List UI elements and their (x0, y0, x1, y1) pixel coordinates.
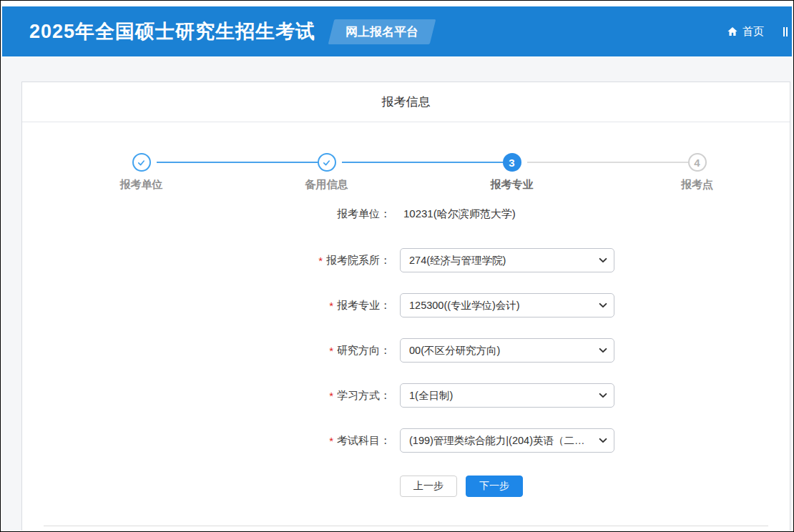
form-row-yanjiu-fangxiang: * 研究方向： 00(不区分研究方向) (22, 338, 790, 363)
nav-home-link[interactable]: 首页 (727, 25, 764, 39)
next-step-button[interactable]: 下一步 (466, 476, 523, 497)
field-label-kaoshi-kemu: * 考试科目： (22, 434, 391, 448)
check-icon (321, 157, 332, 168)
step-baokao-zhuanye: 3 报考专业 (419, 153, 604, 192)
step-1-label: 报考单位 (120, 178, 163, 192)
xuexi-fangshi-select[interactable]: 1(全日制) (400, 383, 614, 408)
step-4-number-circle: 4 (688, 153, 707, 172)
application-form: 报考单位： 10231(哈尔滨师范大学) * 报考院系所： 274(经济与管理学… (22, 202, 790, 526)
field-label-zhuanye: * 报考专业： (22, 299, 391, 312)
step-3-number-circle: 3 (503, 153, 521, 172)
zhuanye-select[interactable]: 125300((专业学位)会计) (400, 293, 614, 317)
bottom-divider (44, 526, 768, 526)
yuanxisuo-select[interactable]: 274(经济与管理学院) (400, 248, 614, 272)
field-label-yanjiu-fangxiang: * 研究方向： (22, 344, 391, 358)
required-asterisk: * (329, 300, 333, 312)
xuexi-fangshi-select-wrap: 1(全日制) (400, 383, 614, 408)
application-info-card: 报考信息 报考单位 备用信息 (21, 82, 790, 531)
step-progress-bar: 报考单位 备用信息 3 报考专业 4 报考点 (49, 153, 790, 192)
platform-badge-label: 网上报名平台 (345, 24, 418, 40)
step-baokao-danwei: 报考单位 (49, 153, 234, 192)
page-background: 报考信息 报考单位 备用信息 (1, 57, 793, 531)
yanjiu-fangxiang-select[interactable]: 00(不区分研究方向) (400, 338, 614, 363)
previous-step-button[interactable]: 上一步 (400, 476, 457, 497)
kaoshi-kemu-select-wrap: (199)管理类综合能力|(204)英语（二）|(-... (400, 428, 614, 453)
form-row-zhuanye: * 报考专业： 125300((专业学位)会计) (22, 293, 790, 317)
check-icon (136, 157, 147, 168)
step-4-label: 报考点 (681, 178, 713, 192)
site-title: 2025年全国硕士研究生招生考试 (29, 19, 315, 44)
form-row-xuexi-fangshi: * 学习方式： 1(全日制) (22, 383, 790, 408)
yuanxisuo-select-wrap: 274(经济与管理学院) (400, 248, 614, 272)
required-asterisk: * (329, 435, 333, 447)
platform-badge: 网上报名平台 (328, 19, 436, 44)
step-beiyong-xinxi: 备用信息 (234, 153, 419, 192)
home-icon (727, 26, 738, 37)
step-3-label: 报考专业 (491, 178, 534, 192)
required-asterisk: * (318, 255, 323, 267)
step-1-check-circle (132, 153, 151, 172)
field-label-xuexi-fangshi: * 学习方式： (22, 389, 391, 403)
step-2-check-circle (318, 153, 336, 172)
field-label-baokao-danwei: 报考单位： (22, 207, 391, 221)
form-row-baokao-danwei: 报考单位： 10231(哈尔滨师范大学) (22, 202, 790, 226)
required-asterisk: * (329, 345, 333, 357)
kaoshi-kemu-select[interactable]: (199)管理类综合能力|(204)英语（二）|(-... (400, 428, 614, 453)
top-header-bar: 2025年全国硕士研究生招生考试 网上报名平台 首页 (2, 6, 792, 56)
yanjiu-fangxiang-select-wrap: 00(不区分研究方向) (400, 338, 614, 363)
form-row-yuanxisuo: * 报考院系所： 274(经济与管理学院) (22, 248, 790, 272)
card-title: 报考信息 (382, 94, 431, 110)
zhuanye-select-wrap: 125300((专业学位)会计) (400, 293, 614, 317)
registration-page: { "header": { "title": "2025年全国硕士研究生招生考试… (0, 0, 794, 532)
baokao-danwei-value: 10231(哈尔滨师范大学) (403, 207, 516, 221)
form-button-row: 上一步 下一步 (400, 476, 790, 497)
card-title-bar: 报考信息 (22, 82, 790, 122)
step-2-label: 备用信息 (305, 178, 348, 192)
step-baokao-dian: 4 报考点 (604, 153, 790, 192)
clipped-nav-item (783, 26, 788, 38)
nav-home-label: 首页 (742, 25, 764, 39)
form-row-kaoshi-kemu: * 考试科目： (199)管理类综合能力|(204)英语（二）|(-... (22, 428, 790, 453)
field-label-yuanxisuo: * 报考院系所： (22, 254, 391, 267)
required-asterisk: * (329, 390, 333, 402)
